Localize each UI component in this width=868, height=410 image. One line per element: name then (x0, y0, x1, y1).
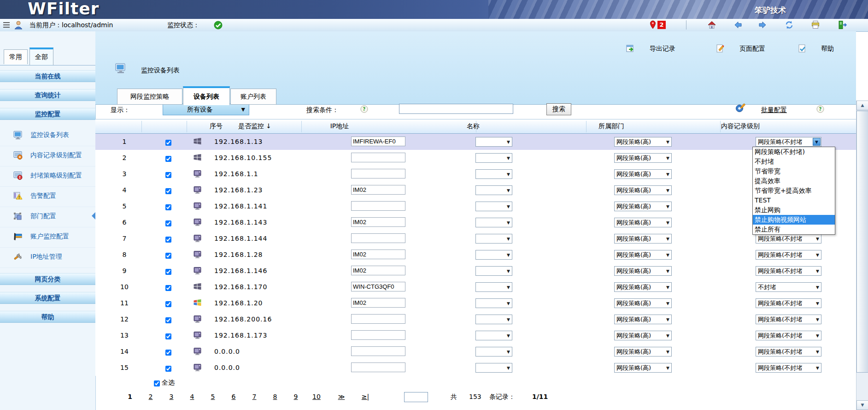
department-select[interactable]: ▼ (475, 282, 512, 292)
device-name-input[interactable] (351, 298, 405, 308)
back-arrow-icon[interactable] (733, 20, 743, 30)
monitor-checkbox[interactable] (165, 350, 171, 356)
sidebar-item-2-3[interactable]: 告警配置 (0, 186, 95, 207)
device-name-input[interactable] (351, 169, 405, 178)
scroll-down-icon[interactable]: ▼ (856, 400, 868, 410)
page-link-1[interactable]: 1 (122, 393, 138, 400)
block-level-select[interactable]: 不封堵▼ (756, 282, 821, 292)
last-page-link[interactable]: ≥| (358, 393, 373, 400)
menu-hamburger-icon[interactable] (2, 20, 12, 30)
department-select[interactable]: ▼ (475, 363, 512, 373)
record-level-select[interactable]: 网段策略(高)▼ (614, 250, 672, 260)
block-level-combo-open[interactable]: 网段策略(不封堵▼ (756, 137, 821, 147)
device-name-input[interactable] (351, 153, 405, 162)
device-name-input[interactable] (351, 185, 405, 195)
sidebar-section-0[interactable]: 当前在线 (0, 70, 95, 82)
sidebar-section-5[interactable]: 帮助 (0, 311, 95, 323)
col-ip[interactable]: IP地址 (303, 122, 376, 131)
department-select[interactable]: ▼ (475, 347, 512, 357)
block-level-select[interactable]: 网段策略(不封堵▼ (756, 250, 821, 260)
action-2[interactable]: 帮助 (797, 43, 834, 54)
department-select[interactable]: ▼ (475, 234, 512, 244)
block-level-select[interactable]: 网段策略(不封堵▼ (756, 298, 821, 308)
block-level-select[interactable]: 网段策略(不封堵▼ (756, 266, 821, 276)
department-select[interactable]: ▼ (475, 266, 512, 276)
sidebar-tab-common[interactable]: 常用 (4, 49, 28, 64)
record-level-select[interactable]: 网段策略(高)▼ (614, 266, 672, 276)
sidebar-item-2-4[interactable]: 部门配置 (0, 207, 95, 227)
page-link-8[interactable]: 8 (267, 393, 283, 400)
block-level-select[interactable]: 网段策略(不封堵▼ (756, 315, 821, 324)
record-level-select[interactable]: 网段策略(高)▼ (614, 298, 672, 308)
col-dept[interactable]: 所属部门 (565, 122, 657, 131)
monitor-checkbox[interactable] (165, 269, 171, 275)
chevron-down-icon[interactable]: ▼ (813, 138, 821, 146)
dropdown-option[interactable]: 提高效率 (753, 176, 835, 186)
block-level-select[interactable]: 网段策略(不封堵▼ (756, 331, 821, 340)
search-button[interactable]: 搜索 (546, 103, 571, 115)
scrollbar-thumb[interactable] (856, 111, 868, 373)
sidebar-item-2-2[interactable]: 封堵策略级别配置 (0, 166, 95, 187)
sidebar-section-4[interactable]: 系统配置 (0, 292, 95, 304)
batch-help-icon[interactable]: ? (816, 105, 824, 113)
device-name-input[interactable] (351, 330, 405, 340)
refresh-icon[interactable] (785, 20, 794, 30)
logout-icon[interactable] (838, 20, 847, 30)
device-name-input[interactable] (351, 250, 405, 259)
dropdown-option[interactable]: TEST (753, 196, 835, 205)
dropdown-option[interactable]: 网段策略(不封堵) (753, 147, 835, 157)
dropdown-option[interactable]: 节省带宽+提高效率 (753, 186, 835, 196)
monitor-checkbox[interactable] (165, 156, 171, 162)
next-pages-link[interactable]: ≫ (334, 393, 349, 400)
block-level-select[interactable]: 网段策略(不封堵▼ (756, 363, 821, 373)
device-name-input[interactable] (351, 346, 405, 356)
department-select[interactable]: ▼ (475, 315, 512, 324)
dropdown-option[interactable]: 禁止所有 (753, 225, 835, 234)
device-name-input[interactable] (351, 314, 405, 324)
record-level-select[interactable]: 网段策略(高)▼ (614, 202, 672, 211)
col-record-level[interactable]: 内容记录级别 (690, 122, 791, 131)
monitor-checkbox[interactable] (165, 237, 171, 243)
record-level-select[interactable]: 网段策略(高)▼ (614, 153, 672, 163)
monitor-checkbox[interactable] (165, 317, 171, 323)
record-level-select[interactable]: 网段策略(高)▼ (614, 282, 672, 292)
page-link-5[interactable]: 5 (205, 393, 221, 400)
device-name-input[interactable] (351, 201, 405, 211)
dropdown-option[interactable]: 节省带宽 (753, 166, 835, 176)
page-link-10[interactable]: 10 (309, 393, 324, 400)
monitor-checkbox[interactable] (165, 172, 171, 178)
monitor-checkbox[interactable] (165, 204, 171, 210)
tab-0[interactable]: 网段监控策略 (117, 89, 182, 105)
sidebar-item-2-1[interactable]: 内容记录级别配置 (0, 146, 95, 166)
sidebar-item-2-5[interactable]: 账户监控配置 (0, 227, 95, 248)
page-link-4[interactable]: 4 (184, 393, 200, 400)
record-level-select[interactable]: 网段策略(高)▼ (614, 185, 672, 195)
record-level-select[interactable]: 网段策略(高)▼ (614, 363, 672, 373)
device-name-input[interactable] (351, 266, 405, 275)
sidebar-tab-all[interactable]: 全部 (29, 48, 53, 65)
batch-config-icon[interactable] (735, 102, 746, 113)
tab-2[interactable]: 账户列表 (230, 89, 276, 105)
record-level-select[interactable]: 网段策略(高)▼ (614, 234, 672, 244)
batch-config-link[interactable]: 批量配置 (761, 106, 787, 114)
alert-count-badge[interactable]: 2 (657, 21, 666, 29)
dropdown-option[interactable]: 不封堵 (753, 157, 835, 166)
department-select[interactable]: ▼ (475, 202, 512, 211)
sidebar-section-2[interactable]: 监控配置 (0, 108, 95, 120)
search-input[interactable] (399, 104, 513, 114)
record-level-select[interactable]: 网段策略(高)▼ (614, 218, 672, 227)
col-name[interactable]: 名称 (427, 122, 519, 131)
device-name-input[interactable] (351, 233, 405, 243)
device-name-input[interactable] (351, 217, 405, 227)
record-level-select[interactable]: 网段策略(高)▼ (614, 169, 672, 179)
department-select[interactable]: ▼ (475, 250, 512, 260)
sidebar-section-3[interactable]: 网页分类 (0, 273, 95, 285)
sidebar-item-2-6[interactable]: IP地址管理 (0, 247, 95, 268)
department-select[interactable]: ▼ (475, 169, 512, 179)
department-select[interactable]: ▼ (475, 298, 512, 308)
page-link-3[interactable]: 3 (164, 393, 179, 400)
monitor-checkbox[interactable] (165, 253, 171, 259)
department-select[interactable]: ▼ (475, 137, 512, 147)
dropdown-option[interactable]: 禁止网购 (753, 205, 835, 215)
col-monitored[interactable]: 是否监控 ↓ (232, 122, 278, 131)
